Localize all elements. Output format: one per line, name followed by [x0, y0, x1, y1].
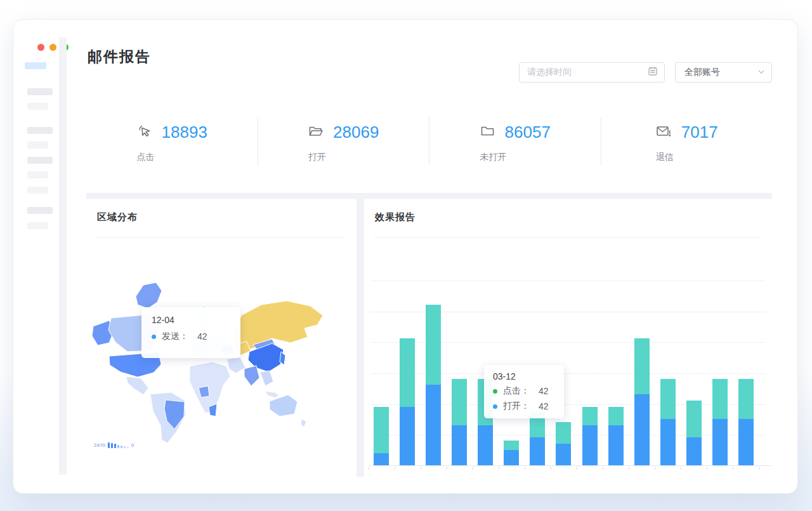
- bar-segment-open: [556, 444, 571, 465]
- bar-segment-click: [634, 338, 650, 394]
- legend-bar: [117, 445, 119, 448]
- stat-card-opens: 28069 打开: [258, 115, 429, 169]
- stat-label-clicks: 点击: [136, 152, 207, 163]
- stat-value-clicks: 18893: [162, 123, 207, 142]
- bar-segment-open: [686, 437, 702, 465]
- chart-panel-title: 效果报告: [375, 211, 416, 223]
- legend-max: 2470: [94, 442, 105, 448]
- legend-bar: [108, 442, 110, 448]
- gridline: [372, 281, 765, 281]
- axis-tick: [681, 467, 681, 470]
- stacked-bar[interactable]: [452, 379, 467, 465]
- stacked-bar-chart: [372, 281, 765, 466]
- account-select[interactable]: 全部账号: [675, 62, 772, 83]
- stats-row: 18893 点击 28069 打开: [86, 115, 772, 169]
- stacked-bar[interactable]: [530, 413, 545, 465]
- tooltip-value: 42: [539, 386, 549, 396]
- axis-tick: [369, 467, 369, 470]
- app-window: 邮件报告 请选择时间 全部账号: [13, 19, 798, 494]
- map-region-mexico: [126, 376, 148, 395]
- divider: [96, 237, 345, 238]
- axis-tick: [447, 467, 447, 470]
- stacked-bar[interactable]: [634, 338, 650, 465]
- bar-segment-open: [582, 425, 598, 465]
- tooltip-value: 42: [539, 401, 549, 411]
- close-button[interactable]: [37, 44, 44, 51]
- minimize-button[interactable]: [49, 44, 56, 51]
- bar-segment-open: [478, 425, 493, 465]
- stat-value-opens: 28069: [333, 123, 379, 142]
- axis-tick: [421, 467, 421, 470]
- bar-segment-open: [738, 419, 754, 465]
- sidebar-item[interactable]: [27, 88, 53, 95]
- stacked-bar[interactable]: [660, 379, 676, 465]
- bar-segment-open: [452, 425, 467, 465]
- bar-segment-open: [400, 407, 415, 465]
- stacked-bar[interactable]: [426, 305, 441, 465]
- stacked-bar[interactable]: [608, 407, 624, 465]
- legend-bar: [114, 444, 116, 448]
- sidebar-item[interactable]: [27, 127, 53, 134]
- legend-bar: [111, 443, 113, 448]
- sidebar-item[interactable]: [27, 103, 48, 110]
- sidebar-item[interactable]: [27, 157, 53, 164]
- date-range-picker[interactable]: 请选择时间: [519, 62, 665, 83]
- x-axis-line: [369, 465, 771, 466]
- stat-card-bounced: 7017 退信: [601, 115, 773, 169]
- legend-bar: [124, 446, 126, 448]
- folder-open-icon: [308, 123, 324, 142]
- account-select-value: 全部账号: [684, 67, 757, 78]
- map-region-new-zealand: [301, 419, 306, 427]
- series-dot-open: [493, 404, 497, 409]
- map-panel-title: 区域分布: [97, 211, 138, 223]
- bar-segment-open: [530, 437, 545, 465]
- bar-segment-click: [738, 379, 754, 419]
- axis-tick: [707, 467, 707, 470]
- axis-tick: [577, 467, 577, 470]
- stacked-bar[interactable]: [400, 338, 415, 465]
- sidebar-item[interactable]: [27, 207, 53, 214]
- bar-segment-open: [426, 385, 441, 465]
- panels-area: 区域分布: [86, 193, 772, 477]
- bar-segment-open: [608, 425, 624, 465]
- series-dot-send: [152, 335, 156, 339]
- stacked-bar[interactable]: [686, 401, 702, 465]
- stat-card-clicks: 18893 点击: [86, 115, 258, 169]
- stacked-bar[interactable]: [556, 422, 571, 465]
- bar-segment-open: [660, 419, 676, 465]
- folder-closed-icon: [480, 123, 495, 142]
- map-tooltip: 12-04 发送： 42: [141, 307, 240, 358]
- stacked-bar[interactable]: [738, 379, 754, 465]
- series-dot-click: [493, 389, 497, 394]
- tooltip-date: 03-12: [493, 371, 555, 382]
- map-region-middle-east: [227, 357, 246, 373]
- stat-label-opens: 打开: [308, 152, 379, 163]
- sidebar-item[interactable]: [27, 187, 48, 194]
- stat-value-unopened: 86057: [505, 123, 551, 142]
- sidebar-item[interactable]: [27, 171, 48, 178]
- tooltip-row: 打开： 42: [493, 401, 555, 412]
- bar-segment-click: [374, 407, 389, 453]
- bar-segment-open: [374, 453, 389, 465]
- effect-report-panel: 效果报告 03-12 点击： 42 打开： 42: [364, 199, 772, 477]
- axis-tick: [603, 467, 603, 470]
- axis-tick: [499, 467, 499, 470]
- stacked-bar[interactable]: [582, 407, 598, 465]
- region-distribution-panel: 区域分布: [86, 199, 357, 477]
- stacked-bar[interactable]: [712, 379, 728, 465]
- tooltip-label: 打开：: [503, 401, 530, 412]
- date-picker-placeholder: 请选择时间: [527, 67, 648, 78]
- sidebar-item[interactable]: [27, 142, 48, 149]
- stacked-bar[interactable]: [504, 441, 519, 465]
- axis-tick: [473, 467, 473, 470]
- world-map[interactable]: [90, 276, 350, 449]
- bar-segment-click: [452, 379, 467, 425]
- chevron-down-icon: [757, 67, 765, 78]
- sidebar-item[interactable]: [27, 222, 48, 229]
- legend-min: 0: [131, 442, 134, 448]
- sidebar-item-active[interactable]: [25, 62, 46, 69]
- axis-tick: [655, 467, 655, 470]
- stacked-bar[interactable]: [374, 407, 389, 465]
- axis-tick: [395, 467, 395, 470]
- tooltip-label: 发送：: [162, 331, 188, 342]
